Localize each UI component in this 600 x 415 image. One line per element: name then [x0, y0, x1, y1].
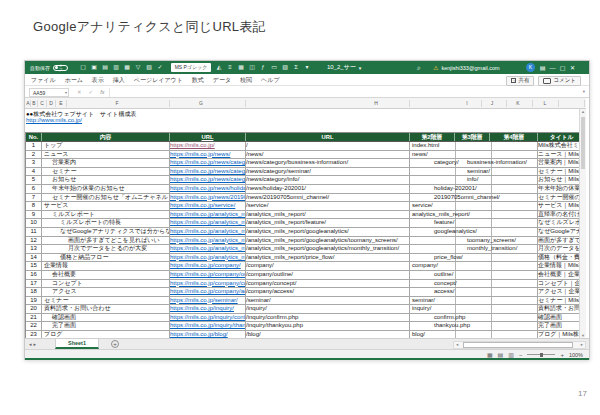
- new-file-icon[interactable]: ▢: [79, 61, 87, 74]
- url-link[interactable]: https://mils.co.jp/company/concept/: [170, 280, 246, 288]
- normal-view-icon[interactable]: ▦: [487, 351, 493, 358]
- filename[interactable]: 10_2_サー ▾: [327, 61, 361, 74]
- scroll-up-icon[interactable]: ▲: [580, 109, 586, 114]
- url-link[interactable]: https://mils.co.jp/inquiry/: [170, 305, 246, 313]
- ribbon-tab-6[interactable]: 数式: [192, 76, 204, 85]
- close-icon[interactable]: ✕: [569, 64, 576, 71]
- borders-icon[interactable]: ▦: [237, 61, 245, 74]
- filter-icon[interactable]: ▽: [134, 61, 142, 74]
- doc-url-link[interactable]: http://www.mils.co.jp/: [26, 117, 82, 123]
- cell-content: ミルズレポートの特長: [42, 219, 170, 227]
- minimize-icon[interactable]: —: [549, 65, 556, 71]
- autosave-toggle[interactable]: 自動保存 オフ: [30, 61, 68, 74]
- print-icon[interactable]: ▥: [112, 61, 120, 74]
- sheet-tab-sheet1[interactable]: Sheet1: [55, 339, 99, 349]
- url-link[interactable]: https://mils.co.jp/seminar/: [170, 297, 246, 305]
- url-link[interactable]: https://mils.co.jp/inquiry/thankyou.php: [170, 322, 246, 330]
- open-icon[interactable]: ▣: [90, 61, 98, 74]
- formula-input[interactable]: [109, 88, 573, 97]
- table-row: 19セミナーhttps://mils.co.jp/seminar//semina…: [26, 297, 586, 306]
- insert-image-icon[interactable]: ▭: [270, 61, 278, 74]
- page-layout-view-icon[interactable]: ▤: [498, 351, 504, 358]
- toggle-dot-icon: [55, 66, 58, 69]
- ribbon-tab-9[interactable]: ヘルプ: [261, 76, 279, 85]
- table-row: 3営業案内https://mils.co.jp/news/category/bu…: [26, 159, 586, 168]
- url-link[interactable]: https://mils.co.jp/analytics_mils_report…: [170, 237, 246, 245]
- url-link[interactable]: https://mils.co.jp/analytics_mils_report…: [170, 228, 246, 236]
- merge-cells-icon[interactable]: ◫: [248, 61, 256, 74]
- save-icon[interactable]: ▤: [101, 61, 109, 74]
- comment-button[interactable]: コメント: [538, 76, 581, 86]
- add-sheet-icon[interactable]: +: [111, 340, 119, 348]
- zoom-slider[interactable]: [527, 354, 555, 355]
- url-link[interactable]: https://mils.co.jp/company/access/: [170, 288, 246, 296]
- url-link[interactable]: https://mils.co.jp/news/20190705omni_cha…: [170, 194, 246, 202]
- url-link[interactable]: https://mils.co.jp/inquiry/confirm.php: [170, 314, 246, 322]
- ribbon-tab-5[interactable]: ページレイアウト: [134, 76, 183, 85]
- ribbon-tab-1[interactable]: ファイル: [31, 76, 56, 85]
- url-link[interactable]: https://mils.co.jp/analytics_mils_report…: [170, 245, 246, 253]
- horizontal-scroll-thumb[interactable]: [463, 342, 573, 348]
- autosum-icon[interactable]: Σ: [292, 61, 300, 74]
- url-link[interactable]: https://mils.co.jp/news/category/info/: [170, 176, 246, 184]
- url-link[interactable]: https://mils.co.jp/company/outline/: [170, 271, 246, 279]
- url-link[interactable]: https://mils.co.jp/analytics_mils_report…: [170, 254, 246, 262]
- cell-path: /news/20190705omni_channel/: [246, 194, 410, 202]
- url-link[interactable]: https://mils.co.jp/company/: [170, 262, 246, 270]
- url-link[interactable]: https://mils.co.jp/news/category/bussine…: [170, 159, 246, 167]
- url-link[interactable]: https://mils.co.jp/analytics_mils_report…: [170, 219, 246, 227]
- cell-hierarchy: concept/: [410, 280, 538, 288]
- print-preview-icon[interactable]: ▦: [123, 61, 131, 74]
- vertical-scroll-thumb[interactable]: [581, 117, 585, 169]
- scroll-left-icon[interactable]: ◂: [456, 342, 458, 349]
- font-name-box[interactable]: MS Pゴシック: [171, 63, 211, 72]
- page-break-view-icon[interactable]: ▥: [508, 351, 514, 358]
- ribbon-tab-8[interactable]: 校閲: [240, 76, 252, 85]
- insert-function-icon[interactable]: ƒ: [259, 61, 267, 74]
- zoom-out-icon[interactable]: −: [519, 352, 523, 358]
- url-link[interactable]: https://mils.co.jp/service/: [170, 202, 246, 210]
- url-link[interactable]: https://mils.co.jp/analytics_mils_report…: [170, 211, 246, 219]
- qat-more-icon[interactable]: ▾: [303, 61, 311, 74]
- name-box[interactable]: AA59 ▾: [29, 88, 69, 97]
- maximize-icon[interactable]: ▢: [559, 64, 566, 71]
- cell-content: セミナー: [42, 168, 170, 176]
- ribbon-tab-7[interactable]: データ: [213, 76, 231, 85]
- ribbon-display-options-icon[interactable]: ▤: [539, 64, 546, 71]
- ribbon-tab-3[interactable]: 表示: [92, 76, 104, 85]
- zoom-level[interactable]: 100%: [569, 352, 583, 358]
- confirm-entry-icon[interactable]: ✓: [89, 89, 94, 95]
- formula-bar-expand-icon[interactable]: ▾: [583, 89, 585, 94]
- share-button[interactable]: ↑ 共有: [506, 76, 534, 86]
- url-link[interactable]: https://mils.co.jp/: [170, 142, 246, 150]
- cell-no: 13: [26, 245, 42, 253]
- account-info[interactable]: ⚠ kenjishi333@gmail.com: [433, 61, 500, 74]
- cancel-entry-icon[interactable]: ✕: [77, 89, 82, 95]
- insert-table-icon[interactable]: ▨: [281, 61, 289, 74]
- fill-color-icon[interactable]: ◭: [215, 61, 223, 74]
- url-link[interactable]: https://mils.co.jp/news/holiday-202001/: [170, 185, 246, 193]
- url-link[interactable]: https://mils.co.jp/news/category/seminar…: [170, 168, 246, 176]
- ribbon-tab-4[interactable]: 挿入: [113, 76, 125, 85]
- url-link[interactable]: https://mils.co.jp/blog/: [170, 331, 246, 338]
- ribbon-tab-2[interactable]: ホーム: [65, 76, 83, 85]
- format-painter-icon[interactable]: ✓: [156, 61, 164, 74]
- slide: Googleアナリティクスと同じURL表記 自動保存 オフ ▢ ▣ ▤ ▥ ▦ …: [0, 0, 600, 415]
- vertical-scrollbar[interactable]: ▲ ▼: [579, 109, 586, 338]
- scroll-right-icon[interactable]: ▸: [581, 342, 583, 349]
- horizontal-scrollbar[interactable]: ◂ ▸: [453, 341, 586, 349]
- zoom-slider-thumb[interactable]: [540, 353, 543, 357]
- table-header-row: No.内容URLURL第2階層第3階層第4階層タイトル: [26, 133, 586, 143]
- insert-function-fx-icon[interactable]: fx: [100, 89, 104, 95]
- search-icon[interactable]: ⌕: [417, 61, 421, 74]
- cell-hierarchy: monthly_transition/: [410, 245, 538, 253]
- cell-path: /analytics_mils_report/: [246, 211, 410, 219]
- align-icon[interactable]: ≡: [226, 61, 234, 74]
- zoom-in-icon[interactable]: +: [560, 352, 564, 358]
- column-header-band[interactable]: ABCDEFGHIJKL: [25, 98, 586, 109]
- table-row: 20資料請求・お問い合わせhttps://mils.co.jp/inquiry/…: [26, 305, 586, 314]
- copy-icon[interactable]: ▧: [145, 61, 153, 74]
- avatar[interactable]: K: [526, 63, 535, 72]
- url-link[interactable]: https://mils.co.jp/news/: [170, 151, 246, 159]
- sheet-nav-arrows[interactable]: ◂▸: [29, 341, 38, 347]
